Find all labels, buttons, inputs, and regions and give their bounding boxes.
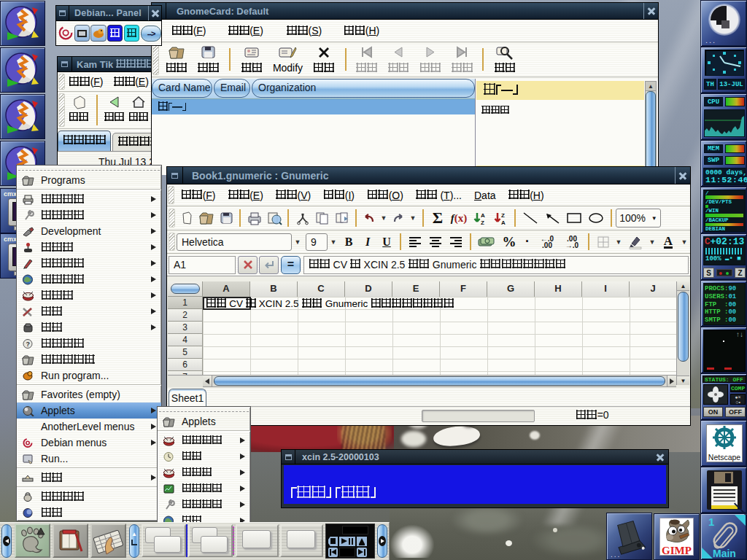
svg-text:Z: Z [501, 212, 505, 219]
svg-text:A: A [501, 219, 506, 225]
svg-text:A: A [481, 212, 485, 219]
svg-text:Z: Z [481, 219, 484, 225]
svg-text:?: ? [26, 341, 31, 348]
